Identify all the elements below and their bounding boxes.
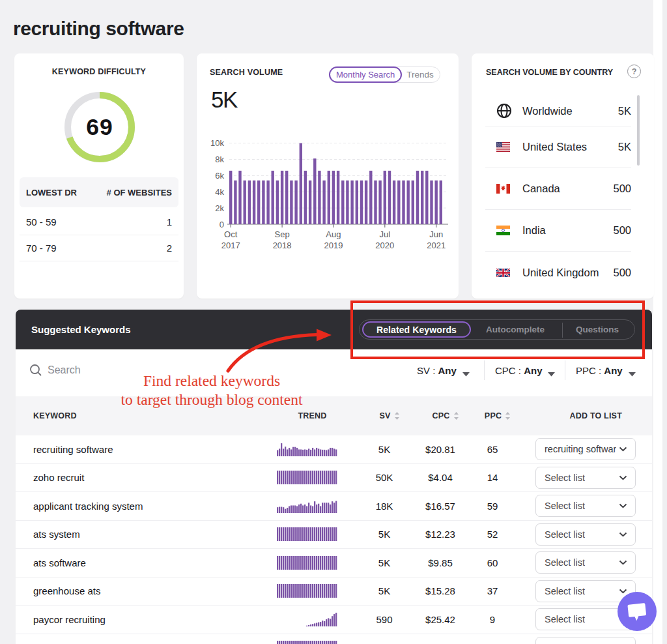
svg-text:2020: 2020: [375, 241, 394, 250]
svg-text:2019: 2019: [324, 241, 343, 250]
svg-text:2018: 2018: [273, 241, 292, 250]
svg-text:6k: 6k: [215, 171, 224, 181]
svg-text:2021: 2021: [427, 241, 446, 250]
svg-text:2017: 2017: [221, 241, 240, 250]
svg-text:8k: 8k: [215, 154, 224, 164]
svg-text:Aug: Aug: [326, 229, 341, 239]
svg-text:Jul: Jul: [379, 229, 390, 239]
svg-text:Jun: Jun: [429, 229, 443, 239]
svg-text:10k: 10k: [210, 138, 224, 148]
svg-text:Sep: Sep: [275, 229, 290, 239]
svg-text:4k: 4k: [215, 187, 224, 197]
svg-text:69: 69: [86, 114, 113, 140]
svg-text:2k: 2k: [215, 203, 224, 213]
svg-text:0: 0: [220, 220, 224, 229]
svg-text:Oct: Oct: [224, 229, 238, 239]
